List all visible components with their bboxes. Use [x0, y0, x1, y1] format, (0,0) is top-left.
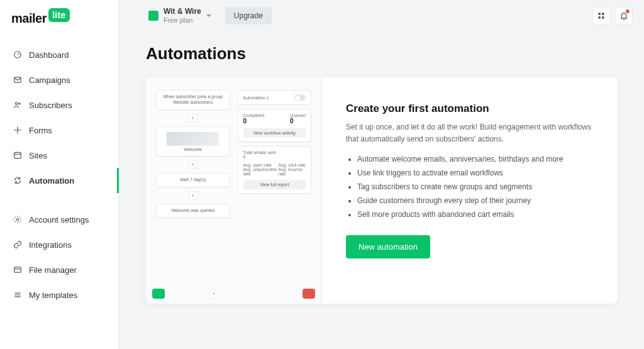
- mail-icon: [13, 75, 23, 85]
- sidebar-item-automation[interactable]: Automation: [0, 168, 119, 193]
- intro-bullet: Guide customers through every step of th…: [357, 196, 594, 205]
- sidebar-nav-secondary: Account settings Integrations File manag…: [0, 207, 119, 307]
- sidebar-item-label: Account settings: [29, 215, 89, 224]
- bounce-rate-label: Avg. bounce rate: [278, 167, 306, 176]
- sidebar-item-templates[interactable]: My templates: [0, 282, 119, 307]
- sidebar-item-label: Forms: [29, 126, 52, 135]
- sidebar-item-subscribers[interactable]: Subscribers: [0, 92, 119, 118]
- intro-bullet: Tag subscribers to create new groups and…: [357, 182, 594, 191]
- sidebar-item-filemanager[interactable]: File manager: [0, 257, 119, 282]
- workflow-stats-counts: Completed0 Queued0 View workflow activit…: [238, 109, 312, 142]
- toggle-icon: [294, 94, 306, 101]
- plus-icon: +: [189, 191, 197, 200]
- sidebar-item-dashboard[interactable]: Dashboard: [0, 42, 119, 67]
- svg-rect-7: [598, 13, 601, 15]
- account-name: Wit & Wire: [164, 8, 201, 16]
- brand-word: mailer: [11, 11, 47, 26]
- users-icon: [13, 100, 23, 110]
- sidebar: mailer lite Dashboard Campaigns Subscrib…: [0, 0, 119, 349]
- sidebar-item-label: My templates: [29, 291, 77, 300]
- queued-value: 0: [290, 118, 306, 125]
- account-plan: Free plan: [164, 16, 201, 24]
- gear-icon: [13, 214, 23, 224]
- sidebar-item-label: Automation: [29, 176, 74, 186]
- view-report-button: View full report: [243, 180, 306, 189]
- account-avatar-icon: [148, 11, 158, 21]
- account-text: Wit & Wire Free plan: [164, 8, 201, 23]
- workflow-wait-step: Wait 7 day(s): [156, 173, 230, 187]
- plus-icon: +: [209, 289, 218, 298]
- refresh-icon: [13, 175, 23, 186]
- intro-bullets: Automate welcome emails, anniversaries, …: [357, 155, 594, 219]
- completed-value: 0: [243, 118, 265, 125]
- intro-bullet: Sell more products with abandoned cart e…: [357, 210, 594, 219]
- click-rate-label: Avg. click rate: [279, 163, 306, 167]
- svg-rect-6: [14, 267, 21, 272]
- intro-bullet: Automate welcome emails, anniversaries, …: [357, 155, 594, 163]
- preview-no-chip-icon: [303, 289, 315, 299]
- gauge-icon: [13, 50, 23, 60]
- workflow-step-label: Welcome: [160, 147, 226, 153]
- plus-icon: +: [189, 114, 197, 123]
- nav-separator: [0, 193, 119, 207]
- notifications-button[interactable]: [615, 7, 633, 25]
- preview-yes-chip-icon: [152, 289, 165, 299]
- sidebar-item-label: Integrations: [29, 240, 72, 250]
- account-switcher[interactable]: Wit & Wire Free plan: [146, 5, 214, 26]
- total-sent-value: 0: [243, 155, 306, 159]
- workflow-email-step: Welcome: [156, 126, 230, 157]
- svg-rect-4: [14, 152, 21, 158]
- sidebar-item-label: Dashboard: [29, 50, 69, 60]
- page-title: Automations: [146, 44, 618, 64]
- workflow-stats-rates: Total emails sent 0 Avg. open rate Avg. …: [238, 146, 312, 194]
- view-activity-button: View workflow activity: [243, 128, 306, 138]
- window-icon: [13, 150, 23, 160]
- empty-state-card: When subscriber joins a group Website su…: [146, 77, 618, 304]
- sidebar-item-integrations[interactable]: Integrations: [0, 232, 119, 257]
- chevron-down-icon: [206, 14, 211, 17]
- brand-badge: lite: [48, 8, 70, 22]
- completed-label: Completed: [243, 113, 265, 118]
- workflow-flow-column: When subscriber joins a group Website su…: [156, 90, 230, 297]
- apps-grid-icon: [597, 11, 606, 20]
- intro-heading: Create your first automation: [346, 102, 594, 115]
- empty-state-content: Create your first automation Set it up o…: [322, 77, 618, 304]
- preview-footer: +: [152, 289, 315, 299]
- queued-label: Queued: [290, 113, 306, 118]
- apps-button[interactable]: [592, 7, 610, 25]
- unsub-rate-label: Avg. unsubscribe rate: [243, 167, 279, 176]
- workflow-stats-title: Automation 1: [243, 96, 269, 100]
- workflow-condition-step: Welcome was opened: [156, 204, 230, 218]
- sidebar-item-campaigns[interactable]: Campaigns: [0, 67, 119, 92]
- svg-point-2: [16, 102, 18, 105]
- upgrade-button[interactable]: Upgrade: [225, 7, 272, 25]
- svg-point-5: [16, 218, 19, 221]
- intro-body: Set it up once, and let it do all the wo…: [346, 121, 594, 145]
- sidebar-item-label: Campaigns: [29, 75, 70, 85]
- svg-rect-9: [598, 16, 601, 19]
- svg-point-3: [19, 103, 20, 104]
- intro-bullet: Use link triggers to activate email work…: [357, 169, 594, 177]
- main-content: Automations When subscriber joins a grou…: [119, 31, 644, 349]
- workflow-stats-header: Automation 1: [238, 90, 312, 105]
- svg-rect-10: [602, 16, 604, 19]
- sparkle-icon: [13, 125, 23, 135]
- open-rate-label: Avg. open rate: [243, 163, 272, 167]
- total-sent-label: Total emails sent: [243, 150, 306, 155]
- notification-dot-icon: [626, 9, 630, 13]
- sidebar-nav-primary: Dashboard Campaigns Subscribers Forms Si…: [0, 42, 119, 193]
- topbar: Wit & Wire Free plan Upgrade: [119, 0, 644, 31]
- new-automation-button[interactable]: New automation: [346, 235, 430, 258]
- topbar-actions: [592, 7, 633, 25]
- workflow-trigger-step: When subscriber joins a group Website su…: [156, 90, 230, 110]
- folder-icon: [13, 265, 23, 275]
- stack-icon: [13, 290, 23, 300]
- sidebar-item-forms[interactable]: Forms: [0, 118, 119, 143]
- sidebar-item-label: Sites: [29, 151, 47, 160]
- workflow-preview: When subscriber joins a group Website su…: [146, 77, 322, 304]
- link-icon: [13, 240, 23, 250]
- svg-rect-8: [602, 13, 604, 15]
- sidebar-item-label: Subscribers: [29, 101, 72, 110]
- sidebar-item-account[interactable]: Account settings: [0, 207, 119, 232]
- sidebar-item-sites[interactable]: Sites: [0, 143, 119, 168]
